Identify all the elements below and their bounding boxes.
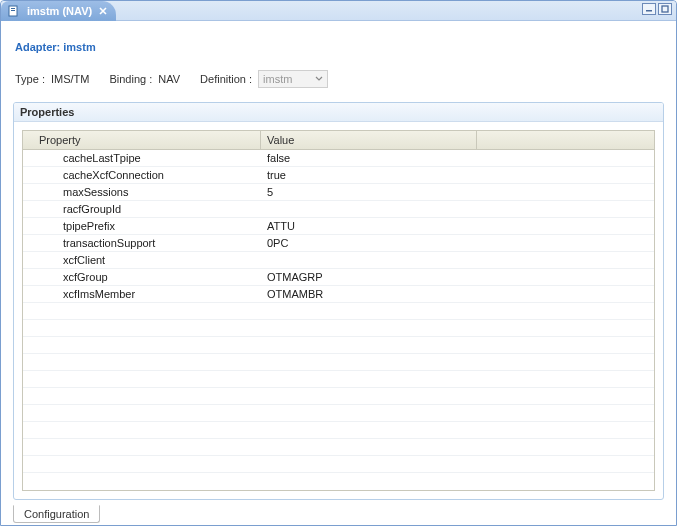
table-row[interactable]: racfGroupId	[23, 201, 654, 218]
cell-value	[261, 378, 477, 380]
cell-property: cacheXcfConnection	[23, 168, 261, 182]
titlebar: imstm (NAV)	[1, 1, 676, 21]
cell-value	[261, 412, 477, 414]
cell-property: racfGroupId	[23, 202, 261, 216]
maximize-button[interactable]	[658, 3, 672, 15]
table-row	[23, 456, 654, 473]
table-row	[23, 388, 654, 405]
cell-property	[23, 327, 261, 329]
cell-value: OTMAGRP	[261, 270, 477, 284]
cell-property	[23, 480, 261, 482]
cell-value: false	[261, 151, 477, 165]
cell-value	[261, 429, 477, 431]
cell-property	[23, 446, 261, 448]
editor-tab-title: imstm (NAV)	[27, 5, 92, 17]
table-row[interactable]: cacheLastTpipefalse	[23, 150, 654, 167]
properties-panel: Properties Property Value cacheLastTpipe…	[13, 102, 664, 500]
cell-value	[261, 259, 477, 261]
svg-rect-1	[11, 8, 15, 9]
cell-property	[23, 412, 261, 414]
minimize-button[interactable]	[642, 3, 656, 15]
table-row[interactable]: transactionSupport0PC	[23, 235, 654, 252]
cell-property	[23, 429, 261, 431]
table-row	[23, 371, 654, 388]
table-row[interactable]: tpipePrefixATTU	[23, 218, 654, 235]
table-row	[23, 354, 654, 371]
close-icon[interactable]	[98, 6, 108, 16]
table-row	[23, 337, 654, 354]
cell-value	[261, 208, 477, 210]
binding-value: NAV	[158, 73, 180, 85]
cell-value: ATTU	[261, 219, 477, 233]
document-icon	[7, 4, 21, 18]
table-row	[23, 439, 654, 456]
cell-property: tpipePrefix	[23, 219, 261, 233]
column-header-value[interactable]: Value	[261, 131, 477, 149]
cell-value	[261, 480, 477, 482]
cell-property: transactionSupport	[23, 236, 261, 250]
column-header-property[interactable]: Property	[23, 131, 261, 149]
cell-property	[23, 310, 261, 312]
table-row[interactable]: cacheXcfConnectiontrue	[23, 167, 654, 184]
page-title-prefix: Adapter:	[15, 41, 63, 53]
svg-rect-2	[11, 10, 15, 11]
properties-panel-title: Properties	[14, 103, 663, 122]
cell-property	[23, 395, 261, 397]
cell-value: OTMAMBR	[261, 287, 477, 301]
chevron-down-icon	[315, 73, 323, 85]
cell-property	[23, 361, 261, 363]
cell-value: 0PC	[261, 236, 477, 250]
cell-property	[23, 463, 261, 465]
table-row	[23, 473, 654, 489]
table-row	[23, 422, 654, 439]
cell-value	[261, 361, 477, 363]
page-title: Adapter: imstm	[15, 35, 666, 56]
table-row[interactable]: xcfImsMemberOTMAMBR	[23, 286, 654, 303]
table-header: Property Value	[23, 131, 654, 150]
table-row	[23, 320, 654, 337]
properties-panel-body: Property Value cacheLastTpipefalsecacheX…	[14, 122, 663, 499]
window-controls	[642, 3, 672, 15]
table-row[interactable]: maxSessions5	[23, 184, 654, 201]
definition-value: imstm	[263, 73, 292, 85]
editor-window: imstm (NAV) Adapter: imstm Type : IMS/TM…	[0, 0, 677, 526]
cell-property: xcfGroup	[23, 270, 261, 284]
cell-value	[261, 327, 477, 329]
properties-table: Property Value cacheLastTpipefalsecacheX…	[22, 130, 655, 491]
table-row[interactable]: xcfClient	[23, 252, 654, 269]
table-row	[23, 405, 654, 422]
cell-property: xcfClient	[23, 253, 261, 267]
cell-value	[261, 344, 477, 346]
tab-configuration[interactable]: Configuration	[13, 505, 100, 523]
cell-value: 5	[261, 185, 477, 199]
type-label: Type :	[15, 73, 45, 85]
type-value: IMS/TM	[51, 73, 90, 85]
editor-content: Adapter: imstm Type : IMS/TM Binding : N…	[1, 21, 676, 526]
cell-property	[23, 344, 261, 346]
table-row	[23, 303, 654, 320]
definition-label: Definition :	[200, 73, 252, 85]
cell-value	[261, 395, 477, 397]
svg-rect-3	[646, 10, 652, 12]
cell-property: maxSessions	[23, 185, 261, 199]
svg-rect-4	[662, 6, 668, 12]
cell-value	[261, 446, 477, 448]
meta-row: Type : IMS/TM Binding : NAV Definition :…	[15, 70, 666, 88]
cell-value	[261, 310, 477, 312]
bottom-tabbar: Configuration	[13, 504, 666, 524]
cell-property	[23, 378, 261, 380]
binding-label: Binding :	[109, 73, 152, 85]
column-header-spacer	[477, 131, 654, 149]
cell-property: xcfImsMember	[23, 287, 261, 301]
editor-tab[interactable]: imstm (NAV)	[1, 1, 116, 21]
cell-value	[261, 463, 477, 465]
table-body: cacheLastTpipefalsecacheXcfConnectiontru…	[23, 150, 654, 489]
cell-property: cacheLastTpipe	[23, 151, 261, 165]
page-title-name: imstm	[63, 41, 95, 53]
cell-value: true	[261, 168, 477, 182]
definition-select[interactable]: imstm	[258, 70, 328, 88]
table-row[interactable]: xcfGroupOTMAGRP	[23, 269, 654, 286]
